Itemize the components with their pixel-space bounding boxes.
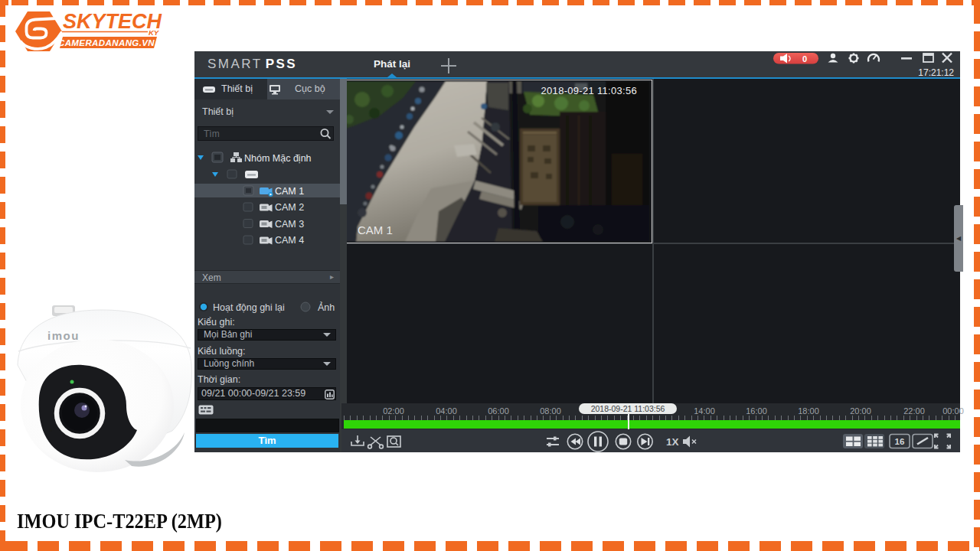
svg-text:imou: imou [47, 329, 80, 342]
svg-text:1X: 1X [666, 436, 679, 448]
svg-text:CAM 1: CAM 1 [275, 186, 304, 197]
svg-text:CAM 4: CAM 4 [275, 235, 304, 246]
svg-text:CAM 3: CAM 3 [275, 219, 304, 230]
svg-text:0: 0 [802, 54, 807, 64]
svg-text:Nhóm Mặc định: Nhóm Mặc định [244, 153, 312, 164]
svg-text:CAM 2: CAM 2 [275, 202, 304, 213]
svg-text:CAMERADANANG.VN: CAMERADANANG.VN [58, 38, 155, 47]
svg-text:CAM 1: CAM 1 [358, 223, 393, 236]
svg-text:16: 16 [895, 437, 905, 446]
svg-text:2018-09-21 11:03:56: 2018-09-21 11:03:56 [541, 85, 637, 96]
svg-text:KY: KY [149, 28, 160, 37]
svg-text:Ảnh: Ảnh [318, 302, 335, 313]
svg-text:SKYTECH: SKYTECH [63, 10, 162, 33]
svg-text:Hoạt động ghi lại: Hoạt động ghi lại [213, 302, 285, 313]
